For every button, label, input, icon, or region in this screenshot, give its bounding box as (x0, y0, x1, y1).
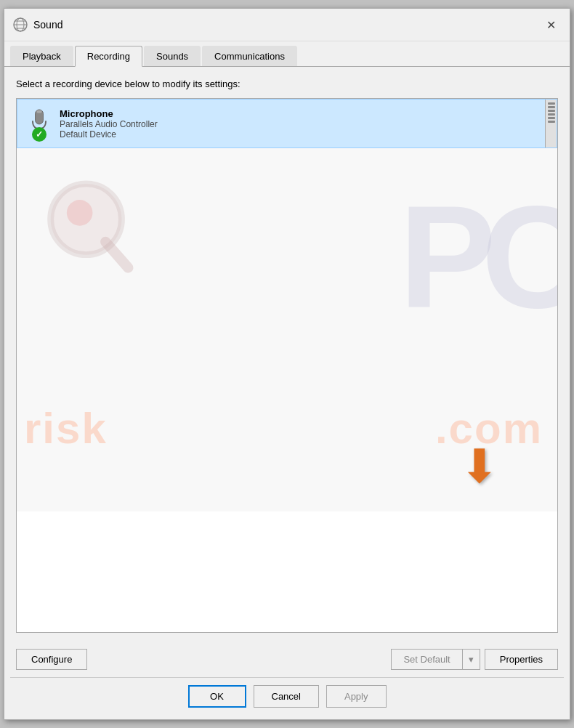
svg-rect-8 (36, 110, 41, 113)
device-status: Default Device (60, 129, 549, 139)
device-item[interactable]: ✓ Microphone Parallels Audio Controller … (17, 99, 557, 148)
configure-button[interactable]: Configure (16, 649, 87, 670)
default-check-badge: ✓ (32, 127, 47, 142)
instruction-text: Select a recording device below to modif… (16, 78, 558, 89)
device-name: Microphone (60, 108, 549, 119)
action-buttons-row: Configure Set Default ▾ Properties (4, 642, 570, 677)
watermark-area: PC risk .com ⬇ (17, 148, 557, 511)
cancel-button[interactable]: Cancel (254, 685, 319, 708)
ok-button[interactable]: OK (188, 685, 246, 708)
scrollbar[interactable] (545, 100, 557, 147)
properties-button[interactable]: Properties (485, 649, 558, 670)
watermark-risk-text: risk (24, 403, 108, 453)
window-title: Sound (33, 19, 62, 31)
tab-bar: Playback Recording Sounds Communications (4, 41, 570, 67)
set-default-button[interactable]: Set Default (391, 649, 461, 670)
right-buttons: Set Default ▾ Properties (391, 649, 558, 670)
sound-dialog: Sound ✕ Playback Recording Sounds Commun… (4, 8, 570, 720)
svg-point-10 (67, 200, 93, 226)
device-info: Microphone Parallels Audio Controller De… (54, 108, 549, 139)
close-button[interactable]: ✕ (541, 15, 561, 35)
set-default-group: Set Default ▾ (391, 649, 480, 670)
device-icon-area: ✓ (25, 105, 54, 142)
set-default-dropdown-button[interactable]: ▾ (462, 649, 480, 670)
watermark-magnifier-icon (39, 177, 140, 294)
apply-button[interactable]: Apply (326, 685, 387, 708)
tab-recording[interactable]: Recording (75, 46, 142, 67)
tab-communications[interactable]: Communications (202, 46, 297, 66)
title-bar: Sound ✕ (4, 9, 570, 41)
tab-sounds[interactable]: Sounds (144, 46, 201, 66)
title-bar-left: Sound (13, 17, 62, 32)
device-list[interactable]: ✓ Microphone Parallels Audio Controller … (16, 98, 558, 633)
ok-cancel-row: OK Cancel Apply (4, 678, 570, 719)
watermark-pc-text: PC (399, 185, 557, 330)
down-arrow-icon: ⬇ (460, 443, 499, 490)
main-content: Select a recording device below to modif… (4, 67, 570, 642)
tab-playback[interactable]: Playback (10, 46, 73, 66)
svg-line-11 (105, 242, 128, 268)
device-description: Parallels Audio Controller (60, 119, 549, 129)
sound-icon (13, 17, 28, 32)
